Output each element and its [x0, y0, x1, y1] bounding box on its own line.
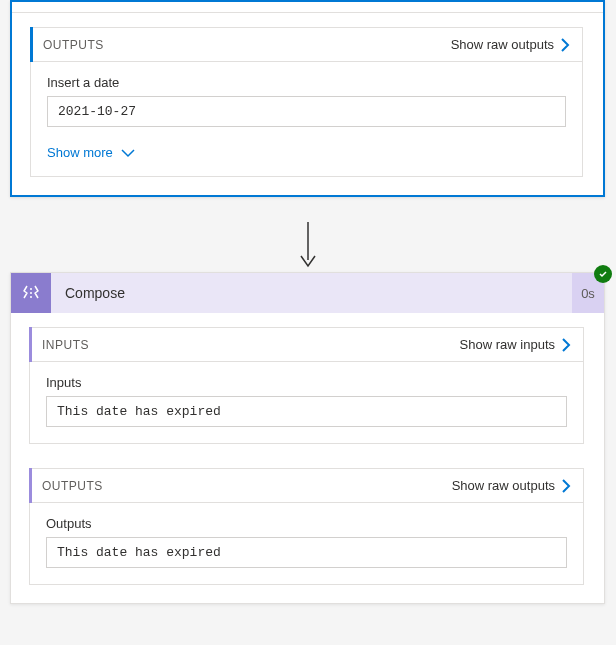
- compose-card-body: INPUTS Show raw inputs Inputs This date …: [11, 313, 604, 603]
- trigger-card: OUTPUTS Show raw outputs Insert a date 2…: [10, 0, 605, 197]
- compose-outputs-header: OUTPUTS Show raw outputs: [30, 469, 583, 503]
- svg-point-1: [30, 288, 32, 290]
- show-raw-outputs-link[interactable]: Show raw outputs: [452, 478, 571, 493]
- compose-card: Compose 0s INPUTS Show raw inputs: [10, 272, 605, 604]
- trigger-outputs-panel: OUTPUTS Show raw outputs Insert a date 2…: [30, 27, 583, 177]
- trigger-outputs-body: Insert a date 2021-10-27 Show more: [31, 62, 582, 176]
- raw-link-label: Show raw outputs: [451, 37, 554, 52]
- field-label: Inputs: [46, 375, 567, 390]
- compose-outputs-body: Outputs This date has expired: [30, 503, 583, 584]
- compose-inputs-body: Inputs This date has expired: [30, 362, 583, 443]
- insert-date-value: 2021-10-27: [47, 96, 566, 127]
- show-more-link[interactable]: Show more: [47, 145, 566, 160]
- chevron-right-icon: [561, 479, 571, 493]
- raw-link-label: Show raw inputs: [460, 337, 555, 352]
- compose-action-icon: [11, 273, 51, 313]
- svg-point-2: [30, 292, 32, 294]
- show-raw-outputs-link[interactable]: Show raw outputs: [451, 37, 570, 52]
- chevron-right-icon: [561, 338, 571, 352]
- canvas: OUTPUTS Show raw outputs Insert a date 2…: [0, 0, 616, 645]
- compose-outputs-value: This date has expired: [46, 537, 567, 568]
- compose-inputs-panel: INPUTS Show raw inputs Inputs This date …: [29, 327, 584, 444]
- trigger-card-body: OUTPUTS Show raw outputs Insert a date 2…: [12, 13, 603, 195]
- trigger-card-top-clip: [12, 2, 603, 13]
- compose-inputs-value: This date has expired: [46, 396, 567, 427]
- flow-arrow-icon: [293, 222, 323, 270]
- field-label: Outputs: [46, 516, 567, 531]
- compose-outputs-panel: OUTPUTS Show raw outputs Outputs This da…: [29, 468, 584, 585]
- field-label: Insert a date: [47, 75, 566, 90]
- success-status-icon: [594, 265, 612, 283]
- raw-link-label: Show raw outputs: [452, 478, 555, 493]
- compose-header[interactable]: Compose 0s: [11, 273, 604, 313]
- compose-title: Compose: [51, 273, 572, 313]
- trigger-outputs-header: OUTPUTS Show raw outputs: [31, 28, 582, 62]
- show-raw-inputs-link[interactable]: Show raw inputs: [460, 337, 571, 352]
- show-more-label: Show more: [47, 145, 113, 160]
- chevron-down-icon: [121, 148, 135, 158]
- panel-title: OUTPUTS: [42, 479, 103, 493]
- compose-inputs-header: INPUTS Show raw inputs: [30, 328, 583, 362]
- panel-title: OUTPUTS: [43, 38, 104, 52]
- chevron-right-icon: [560, 38, 570, 52]
- svg-point-3: [30, 296, 32, 298]
- panel-title: INPUTS: [42, 338, 89, 352]
